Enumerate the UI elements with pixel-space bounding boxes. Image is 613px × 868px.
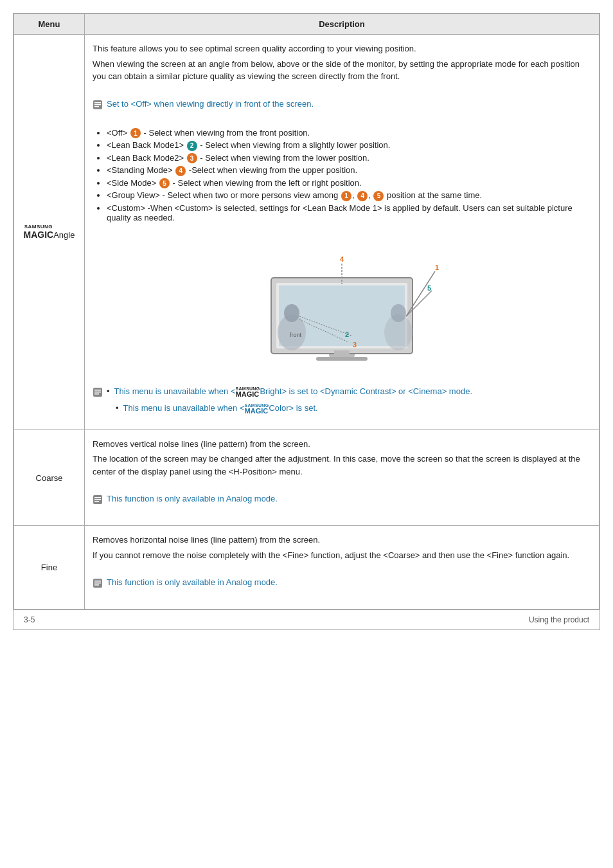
coarse-label: Coarse [36, 473, 63, 483]
angle-warn1-text: • This menu is unavailable when <SAMSUNG… [107, 386, 472, 398]
list-item-standing: <Standing Mode> 4 -Select when viewing f… [107, 165, 591, 176]
list-item-lean1: <Lean Back Mode1> 2 - Select when viewin… [107, 140, 591, 151]
note-icon-fine [93, 578, 103, 590]
angle-desc-1: This feature allows you to see optimal s… [93, 42, 591, 55]
desc-cell-angle: This feature allows you to see optimal s… [85, 35, 600, 430]
monitor-diagram: 4 1 5 2 3 [93, 233, 591, 376]
circle-g4: 4 [357, 191, 368, 201]
menu-cell-fine: Fine [14, 526, 85, 610]
fine-label: Fine [41, 563, 57, 572]
svg-text:4: 4 [340, 255, 344, 263]
footer-section: Using the product [529, 615, 589, 624]
fine-desc-2: If you cannot remove the noise completel… [93, 549, 591, 562]
col-header-menu: Menu [14, 14, 85, 35]
list-item-custom: <Custom> -When <Custom> is selected, set… [107, 203, 591, 222]
table-row-angle: SAMSUNG MAGIC Angle This feature allows … [14, 35, 600, 430]
svg-rect-2 [94, 104, 101, 105]
coarse-desc-2: The location of the screen may be change… [93, 453, 591, 478]
svg-text:1: 1 [435, 264, 439, 271]
angle-warn-2: • This menu is unavailable when <SAMSUNG… [116, 403, 591, 415]
svg-rect-26 [94, 390, 101, 391]
circle-5: 5 [159, 178, 170, 188]
note-icon-coarse [93, 494, 103, 507]
note-icon-warn1 [93, 387, 103, 399]
note-icon-off [93, 100, 103, 112]
menu-cell-coarse: Coarse [14, 429, 85, 526]
list-item-group: <Group View> - Select when two or more p… [107, 190, 591, 201]
circle-3: 3 [187, 153, 197, 163]
circle-g1: 1 [341, 191, 351, 201]
svg-text:front: front [290, 332, 302, 338]
svg-rect-27 [94, 392, 101, 393]
table-row-fine: Fine Removes horizontal noise lines (lin… [14, 526, 600, 610]
coarse-desc-1: Removes vertical noise lines (line patte… [93, 438, 591, 451]
angle-bullet-list: <Off> 1 - Select when viewing from the f… [99, 128, 591, 222]
note-icon-svg [93, 100, 103, 110]
samsung-magic-angle-label: SAMSUNG MAGIC [24, 224, 54, 240]
angle-note-off: Set to <Off> when viewing directly in fr… [93, 99, 591, 112]
svg-rect-28 [94, 393, 99, 395]
main-table: Menu Description SAMSUNG MAGIC Angle Thi… [13, 14, 600, 610]
svg-text:3: 3 [353, 341, 357, 348]
footer-page: 3-5 [24, 615, 35, 624]
angle-desc-2: When viewing the screen at an angle from… [93, 58, 591, 83]
table-row-coarse: Coarse Removes vertical noise lines (lin… [14, 429, 600, 526]
monitor-svg: 4 1 5 2 3 [233, 233, 451, 374]
page-wrapper: Menu Description SAMSUNG MAGIC Angle Thi… [13, 13, 600, 630]
col-header-desc: Description [85, 14, 600, 35]
svg-rect-31 [94, 499, 101, 500]
svg-rect-3 [94, 106, 99, 107]
fine-note-text: This function is only available in Analo… [107, 577, 278, 587]
list-item-off: <Off> 1 - Select when viewing from the f… [107, 128, 591, 139]
circle-2: 2 [187, 141, 197, 151]
svg-point-23 [391, 304, 406, 322]
fine-note: This function is only available in Analo… [93, 577, 591, 590]
svg-rect-32 [94, 501, 99, 502]
menu-cell-angle: SAMSUNG MAGIC Angle [14, 35, 85, 430]
angle-warn-1: • This menu is unavailable when <SAMSUNG… [93, 386, 591, 399]
svg-rect-36 [94, 584, 99, 586]
circle-g5: 5 [373, 191, 384, 201]
svg-rect-35 [94, 583, 101, 584]
svg-rect-9 [334, 350, 350, 356]
coarse-note: This function is only available in Analo… [93, 494, 591, 507]
angle-warn2-text: This menu is unavailable when <SAMSUNGMA… [123, 403, 318, 413]
angle-text: Angle [53, 230, 75, 240]
footer-bar: 3-5 Using the product [13, 610, 600, 629]
angle-off-text: Set to <Off> when viewing directly in fr… [107, 99, 314, 109]
svg-rect-30 [94, 497, 101, 498]
desc-cell-fine: Removes horizontal noise lines (line pat… [85, 526, 600, 610]
svg-rect-5 [316, 357, 368, 361]
list-item-side: <Side Mode> 5 - Select when viewing from… [107, 178, 591, 189]
desc-cell-coarse: Removes vertical noise lines (line patte… [85, 429, 600, 526]
svg-rect-1 [94, 102, 101, 104]
circle-4: 4 [175, 166, 186, 176]
circle-1: 1 [130, 128, 141, 138]
fine-desc-1: Removes horizontal noise lines (line pat… [93, 534, 591, 547]
svg-point-19 [284, 304, 299, 322]
list-item-lean2: <Lean Back Mode2> 3 - Select when viewin… [107, 153, 591, 164]
coarse-note-text: This function is only available in Analo… [107, 494, 278, 503]
svg-rect-34 [94, 581, 101, 582]
svg-text:5: 5 [427, 284, 431, 292]
